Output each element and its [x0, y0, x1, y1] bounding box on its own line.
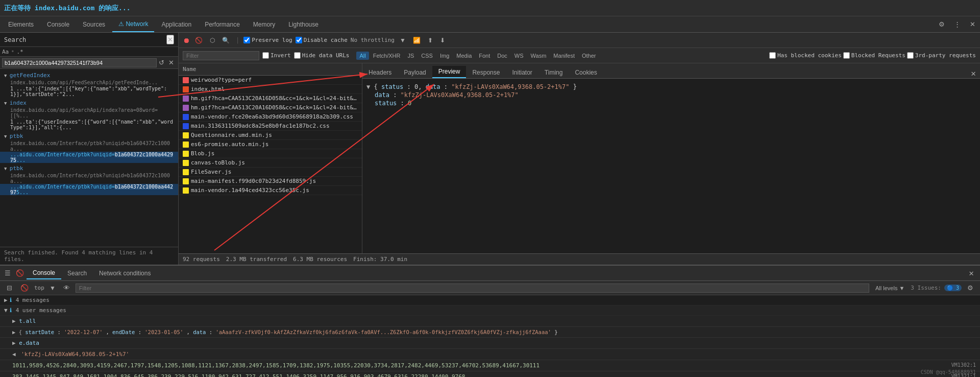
issues-badge[interactable]: 🔵 3 — [944, 285, 962, 291]
close-devtools-button[interactable]: ✕ — [967, 19, 978, 29]
expand-messages-arrow[interactable]: ▶ — [4, 297, 8, 303]
json-data-line: data : "kfzZj-LAVs0XaW64,9368.05-2+1%7" — [366, 91, 976, 99]
user-messages-row[interactable]: ▼ ℹ 4 user messages — [0, 305, 980, 316]
search-result-file-4[interactable]: ptbk — [0, 164, 178, 173]
request-item[interactable]: hm.gif?hca=CAA513C20A16D058&cc=1&ck=1&cl… — [179, 103, 362, 112]
request-item[interactable]: main-vendor.fce20ea6a3bd9d60d369668918a2… — [179, 112, 362, 122]
console-clear-button[interactable]: 🚫 — [13, 268, 27, 278]
request-item[interactable]: Blob.js — [179, 149, 362, 158]
console-clear-log-button[interactable]: 🚫 — [18, 283, 31, 293]
tab-console[interactable]: Console — [41, 16, 76, 32]
tab-memory[interactable]: Memory — [247, 16, 281, 32]
filter-manifest[interactable]: Manifest — [550, 52, 578, 60]
filter-ws[interactable]: WS — [511, 52, 527, 60]
request-item[interactable]: main-vendor.1a494ced4323cc56e35c.js — [179, 186, 362, 195]
search-clear-button[interactable]: ✕ — [166, 58, 176, 67]
filter-img[interactable]: Img — [437, 52, 452, 60]
invert-checkbox[interactable]: Invert — [262, 52, 291, 59]
clear-button[interactable]: 🚫 — [193, 36, 205, 45]
blocked-requests-checkbox[interactable]: Blocked Requests — [843, 52, 905, 59]
throttle-select[interactable]: No throttling — [351, 37, 395, 43]
json-expand-root[interactable]: ▼ — [366, 83, 370, 90]
tab-search-bottom[interactable]: Search — [61, 268, 93, 279]
search-result-file-3[interactable]: ptbk — [0, 132, 178, 140]
search-refresh-button[interactable]: ↺ — [157, 58, 166, 67]
tab-performance[interactable]: Performance — [199, 16, 246, 32]
tab-timing[interactable]: Timing — [538, 67, 569, 78]
search-result-line-2[interactable]: 1 ...ta':{"userIndexes":[{"word":[{"name… — [0, 119, 178, 131]
console-filter-input[interactable] — [76, 284, 869, 293]
tab-lighthouse[interactable]: Lighthouse — [282, 16, 325, 32]
tab-sources[interactable]: Sources — [77, 16, 111, 32]
third-party-checkbox[interactable]: 3rd-party requests — [907, 52, 976, 59]
tab-payload[interactable]: Payload — [398, 67, 432, 78]
console-startdate-line[interactable]: ▶ { startDate : '2022-12-07' , endDate :… — [0, 327, 980, 338]
disable-cache-checkbox[interactable]: Disable cache — [296, 37, 348, 43]
filter-fetch-xhr[interactable]: Fetch/XHR — [370, 52, 404, 60]
search-result-group-1: getFeedIndex index.baidu.com/api/FeedSea… — [0, 71, 178, 98]
eye-icon[interactable]: 👁 — [61, 283, 72, 293]
filter-icon-button[interactable]: ⬡ — [208, 36, 217, 45]
request-item[interactable]: FileSaver.js — [179, 168, 362, 177]
console-sidebar-icon[interactable]: ⊟ — [4, 283, 15, 293]
preserve-log-checkbox[interactable]: Preserve log — [243, 37, 292, 43]
source-vm1302[interactable]: VM1302:1 — [951, 362, 976, 368]
tab-application[interactable]: Application — [155, 16, 198, 32]
console-tabs-bar: ☰ 🚫 Console Search Network conditions ✕ — [0, 266, 980, 281]
filter-doc[interactable]: Doc — [494, 52, 510, 60]
tab-initiator[interactable]: Initiator — [506, 67, 538, 78]
expand-user-messages-arrow[interactable]: ▼ — [4, 307, 8, 314]
filter-all[interactable]: All — [356, 52, 369, 60]
search-result-file-1[interactable]: getFeedIndex — [0, 71, 178, 80]
tab-headers[interactable]: Headers — [362, 67, 398, 78]
record-button[interactable]: ⏺ — [183, 36, 190, 44]
request-item[interactable]: es6-promise.auto.min.js — [179, 140, 362, 149]
upload-icon[interactable]: ⬆ — [426, 36, 435, 45]
search-aa-button[interactable]: Aa — [2, 49, 9, 55]
details-close-button[interactable]: ✕ — [967, 68, 980, 78]
tab-preview[interactable]: Preview — [432, 66, 467, 78]
filter-media[interactable]: Media — [453, 52, 475, 60]
top-context-dropdown[interactable]: ▼ — [47, 284, 58, 293]
throttle-arrow[interactable]: ▼ — [398, 36, 408, 45]
all-levels-button[interactable]: All levels ▼ — [872, 284, 908, 292]
tab-response[interactable]: Response — [466, 67, 506, 78]
tab-cookies[interactable]: Cookies — [569, 67, 603, 78]
console-close-button[interactable]: ✕ — [965, 268, 978, 278]
request-item[interactable]: canvas-toBlob.js — [179, 158, 362, 168]
filter-wasm[interactable]: Wasm — [528, 52, 550, 60]
filter-js[interactable]: JS — [405, 52, 418, 60]
filter-other[interactable]: Other — [579, 52, 599, 60]
messages-count-row[interactable]: ▶ ℹ 4 messages — [0, 295, 980, 305]
download-icon[interactable]: ⬇ — [438, 36, 447, 45]
request-item[interactable]: main-manifest.f99d0c07b23d24fd8859.js — [179, 177, 362, 186]
tab-network-conditions[interactable]: Network conditions — [93, 268, 157, 279]
console-edata-line[interactable]: ▶ e.data — [0, 338, 980, 349]
request-item[interactable]: index.html — [179, 85, 362, 94]
wifi-icon[interactable]: 📶 — [411, 36, 423, 45]
request-item[interactable]: Questionnaire.umd.min.js — [179, 131, 362, 140]
filter-css[interactable]: CSS — [418, 52, 436, 60]
tab-network[interactable]: ⚠ Network — [112, 16, 154, 32]
console-sidebar-toggle[interactable]: ☰ — [2, 268, 13, 278]
search-result-line-1[interactable]: 1 ...ta':{"index":[{"key":{"name":"xbb",… — [0, 85, 178, 98]
settings-icon[interactable]: ⚙ — [936, 19, 947, 29]
filter-font[interactable]: Font — [476, 52, 493, 60]
console-t-all-line[interactable]: ▶ t.all — [0, 316, 980, 327]
request-item[interactable]: hm.gif?hca=CAA513C20A16D058&cc=1&ck=1&cl… — [179, 94, 362, 103]
more-icon[interactable]: ⋮ — [951, 19, 963, 29]
request-item[interactable]: main.3136311509adc8a25e8b0fac1e187bc2.cs… — [179, 122, 362, 131]
hide-data-urls-checkbox[interactable]: Hide data URLs — [294, 52, 350, 59]
search-input[interactable] — [2, 58, 157, 67]
blocked-cookies-checkbox[interactable]: Has blocked cookies — [769, 52, 842, 59]
tab-elements[interactable]: Elements — [2, 16, 40, 32]
tab-console-bottom[interactable]: Console — [27, 267, 61, 279]
console-kfzzj-line[interactable]: ◀ 'kfzZj-LAVs0XaW64,9368.05-2+1%7' — [0, 349, 980, 360]
request-item[interactable]: weirwood?type=perf — [179, 76, 362, 85]
search-network-button[interactable]: 🔍 — [220, 36, 232, 45]
search-result-file-2[interactable]: index — [0, 99, 178, 107]
console-settings-button[interactable]: ⚙ — [965, 283, 976, 293]
filter-input[interactable] — [183, 51, 259, 60]
search-close-button[interactable]: ✕ — [166, 35, 174, 44]
search-regex-button[interactable]: .* — [16, 49, 23, 55]
